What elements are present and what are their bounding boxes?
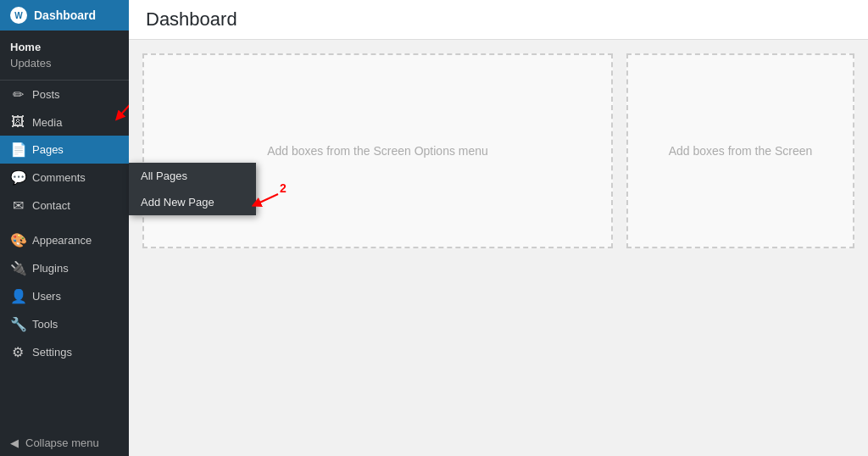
sidebar-item-appearance[interactable]: 🎨 Appearance [0,226,129,254]
dashboard-box-left: Add boxes from the Screen Options menu [142,53,613,248]
sidebar-item-label: Settings [32,346,72,359]
collapse-label: Collapse menu [25,437,99,449]
sidebar-item-label: Appearance [32,234,92,247]
page-title: Dashboard [129,0,868,40]
media-icon: 🖼 [10,114,25,130]
submenu-add-new-page[interactable]: Add New Page 2 [129,189,256,215]
comments-icon: 💬 [10,170,25,186]
sidebar-item-label: Tools [32,318,58,331]
sidebar-header[interactable]: W Dashboard [0,0,129,31]
main-content-area: Dashboard Add boxes from the Screen Opti… [129,0,868,456]
sidebar-item-pages[interactable]: 📄 Pages [0,136,129,164]
settings-icon: ⚙ [10,344,25,360]
sidebar-item-label: Media [32,116,62,129]
users-icon: 👤 [10,288,25,304]
sidebar-item-label: Users [32,290,61,303]
sidebar-item-label: Plugins [32,262,69,275]
submenu-all-pages[interactable]: All Pages [129,163,256,189]
sidebar-item-comments[interactable]: 💬 Comments [0,164,129,192]
sidebar-item-media[interactable]: 🖼 Media 1 [0,108,129,136]
dashboard-box-right: Add boxes from the Screen [626,53,854,248]
contact-icon: ✉ [10,197,25,214]
sidebar-item-users[interactable]: 👤 Users [0,282,129,310]
appearance-icon: 🎨 [10,232,25,248]
sidebar-title: Dashboard [34,8,96,22]
plugins-icon: 🔌 [10,260,25,276]
sidebar-item-posts[interactable]: ✏ Posts [0,81,129,108]
sidebar-item-plugins[interactable]: 🔌 Plugins [0,254,129,282]
sidebar-item-contact[interactable]: ✉ Contact [0,192,129,220]
sidebar-item-settings[interactable]: ⚙ Settings [0,338,129,366]
sidebar-home-label[interactable]: Home [0,36,129,55]
sidebar-item-label: Posts [32,88,60,101]
sidebar-item-label: Comments [32,171,86,184]
sidebar-item-label: Pages [32,143,64,156]
sidebar-updates-label[interactable]: Updates [0,55,129,75]
sidebar-item-tools[interactable]: 🔧 Tools [0,310,129,338]
wp-logo-icon: W [10,7,27,24]
box-left-text: Add boxes from the Screen Options menu [267,144,488,158]
collapse-menu-button[interactable]: ◀ Collapse menu [0,430,129,456]
sidebar-home-section: Home Updates [0,31,129,81]
sidebar-item-label: Contact [32,199,70,212]
sidebar: W Dashboard Home Updates ✏ Posts 🖼 Media… [0,0,129,456]
posts-icon: ✏ [10,86,25,103]
box-right-text: Add boxes from the Screen [669,144,813,158]
tools-icon: 🔧 [10,316,25,332]
dashboard-content: Add boxes from the Screen Options menu A… [129,40,868,456]
collapse-icon: ◀ [10,437,19,449]
pages-icon: 📄 [10,142,25,158]
pages-submenu: All Pages Add New Page 2 [129,163,256,215]
